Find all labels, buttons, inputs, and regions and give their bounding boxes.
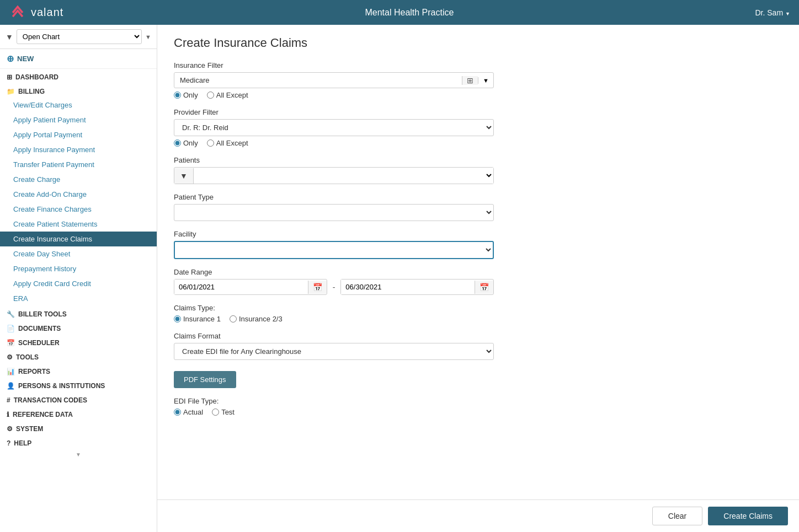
new-label: NEW [17, 55, 34, 63]
reference-label: REFERENCE DATA [13, 411, 73, 418]
sidebar-section-reference-data[interactable]: ℹ REFERENCE DATA [0, 406, 157, 421]
claims-type-label: Claims Type: [174, 304, 494, 312]
reports-icon: 📊 [7, 368, 15, 375]
sidebar-item-create-finance-charges[interactable]: Create Finance Charges [0, 202, 157, 217]
claims-type-insurance23-text: Insurance 2/3 [239, 315, 283, 323]
sidebar-item-era[interactable]: ERA [0, 291, 157, 306]
sidebar-item-apply-patient-payment[interactable]: Apply Patient Payment [0, 112, 157, 127]
pdf-settings-button[interactable]: PDF Settings [174, 371, 236, 388]
insurance-filter-all-except-label[interactable]: All Except [207, 91, 248, 99]
patients-row: ▼ [174, 167, 494, 184]
sidebar-item-apply-credit-card-credit[interactable]: Apply Credit Card Credit [0, 276, 157, 291]
sidebar-item-transfer-patient-payment[interactable]: Transfer Patient Payment [0, 157, 157, 172]
edi-actual-text: Actual [183, 408, 203, 416]
date-start-calendar-icon[interactable]: 📅 [308, 281, 327, 294]
provider-filter-select[interactable]: Dr. R: Dr. Reid [174, 119, 494, 136]
provider-filter-all-except-radio[interactable] [207, 139, 214, 147]
billing-icon: 📁 [7, 88, 15, 95]
edi-actual-radio[interactable] [174, 409, 181, 416]
sidebar-section-tools[interactable]: ⚙ TOOLS [0, 349, 157, 363]
claims-format-group: Claims Format Create EDI file for Any Cl… [174, 332, 494, 360]
claims-type-insurance23-label[interactable]: Insurance 2/3 [230, 315, 283, 323]
sidebar-item-create-patient-statements[interactable]: Create Patient Statements [0, 217, 157, 232]
documents-icon: 📄 [7, 325, 15, 332]
billing-label: BILLING [18, 88, 45, 95]
edi-test-text: Test [221, 408, 235, 416]
sidebar-item-create-charge[interactable]: Create Charge [0, 172, 157, 187]
insurance-filter-input[interactable] [174, 73, 462, 88]
new-button[interactable]: ⊕ NEW [0, 49, 157, 69]
sidebar-section-documents[interactable]: 📄 DOCUMENTS [0, 320, 157, 335]
patients-select[interactable] [194, 168, 493, 184]
claims-type-insurance1-radio[interactable] [174, 315, 181, 323]
date-end-calendar-icon[interactable]: 📅 [475, 281, 493, 294]
sidebar-section-system[interactable]: ⚙ SYSTEM [0, 421, 157, 435]
provider-filter-radio-group: Only All Except [174, 139, 494, 147]
patients-filter-icon[interactable]: ▼ [174, 168, 194, 184]
sidebar-item-apply-portal-payment[interactable]: Apply Portal Payment [0, 127, 157, 142]
date-end-wrap: 📅 [340, 279, 494, 295]
provider-filter-only-radio[interactable] [174, 139, 181, 147]
plus-icon: ⊕ [7, 53, 14, 64]
clear-button[interactable]: Clear [652, 507, 702, 525]
sidebar-item-create-day-sheet[interactable]: Create Day Sheet [0, 246, 157, 261]
insurance-filter-all-except-radio[interactable] [207, 92, 214, 99]
sidebar-section-help[interactable]: ? HELP [0, 435, 157, 449]
user-chevron-icon [785, 8, 790, 17]
sidebar-section-dashboard[interactable]: ⊞ DASHBOARD [0, 69, 157, 83]
sidebar-item-create-add-on-charge[interactable]: Create Add-On Charge [0, 187, 157, 202]
open-chart-select[interactable]: Open Chart [17, 29, 142, 44]
user-menu[interactable]: Dr. Sam [755, 8, 791, 17]
date-range-row: 📅 - 📅 [174, 279, 494, 295]
provider-filter-only-label[interactable]: Only [174, 139, 198, 147]
patients-group: Patients ▼ [174, 156, 494, 184]
sidebar-section-scheduler[interactable]: 📅 SCHEDULER [0, 335, 157, 349]
sidebar-section-billing[interactable]: 📁 BILLING [0, 83, 157, 98]
sidebar-section-biller-tools[interactable]: 🔧 BILLER TOOLS [0, 306, 157, 320]
valant-logo-icon [9, 4, 26, 22]
system-icon: ⚙ [7, 425, 13, 433]
reports-label: REPORTS [18, 368, 50, 375]
edi-file-type-label: EDI File Type: [174, 397, 494, 405]
patient-type-select[interactable] [174, 204, 494, 221]
sidebar-section-transaction-codes[interactable]: # TRANSACTION CODES [0, 392, 157, 406]
practice-name: Mental Health Practice [63, 8, 755, 18]
user-name: Dr. Sam [755, 8, 784, 17]
sidebar-item-create-insurance-claims[interactable]: Create Insurance Claims [0, 232, 157, 246]
date-end-input[interactable] [341, 280, 475, 294]
bottom-action-bar: Clear Create Claims [157, 499, 799, 532]
insurance-filter-radio-group: Only All Except [174, 91, 494, 99]
insurance-filter-group: Insurance Filter ⊞ ▼ Only All Except [174, 61, 494, 99]
insurance-filter-dropdown-icon[interactable]: ▼ [478, 77, 493, 84]
provider-filter-group: Provider Filter Dr. R: Dr. Reid Only All… [174, 108, 494, 147]
insurance-filter-only-radio[interactable] [174, 92, 181, 99]
persons-label: PERSONS & INSTITUTIONS [18, 382, 105, 390]
date-separator: - [332, 283, 337, 292]
insurance-filter-icon[interactable]: ⊞ [462, 76, 478, 85]
edi-test-radio[interactable] [212, 409, 219, 416]
date-start-wrap: 📅 [174, 279, 327, 295]
system-label: SYSTEM [16, 425, 43, 433]
edi-test-label[interactable]: Test [212, 408, 235, 416]
date-start-input[interactable] [174, 280, 308, 294]
sidebar-item-view-edit-charges[interactable]: View/Edit Charges [0, 98, 157, 112]
claims-type-insurance1-label[interactable]: Insurance 1 [174, 315, 221, 323]
sidebar-item-apply-insurance-payment[interactable]: Apply Insurance Payment [0, 142, 157, 157]
claims-type-insurance23-radio[interactable] [230, 315, 237, 323]
provider-filter-all-except-label[interactable]: All Except [207, 139, 248, 147]
facility-select[interactable] [174, 241, 494, 259]
claims-format-select[interactable]: Create EDI file for Any Clearinghouse [174, 343, 494, 360]
help-icon: ? [7, 439, 10, 447]
edi-actual-label[interactable]: Actual [174, 408, 203, 416]
sidebar-section-reports[interactable]: 📊 REPORTS [0, 363, 157, 378]
sidebar-search: ▼ Open Chart ▼ [0, 25, 157, 49]
reference-icon: ℹ [7, 411, 9, 418]
insurance-filter-only-label[interactable]: Only [174, 91, 198, 99]
sidebar-section-persons-institutions[interactable]: 👤 PERSONS & INSTITUTIONS [0, 378, 157, 392]
insurance-filter-input-wrap: ⊞ ▼ [174, 72, 494, 88]
create-claims-button[interactable]: Create Claims [708, 507, 788, 525]
sidebar-item-prepayment-history[interactable]: Prepayment History [0, 261, 157, 276]
form-section: Insurance Filter ⊞ ▼ Only All Except [174, 61, 494, 416]
persons-icon: 👤 [7, 382, 15, 390]
app-name: valant [31, 6, 63, 19]
